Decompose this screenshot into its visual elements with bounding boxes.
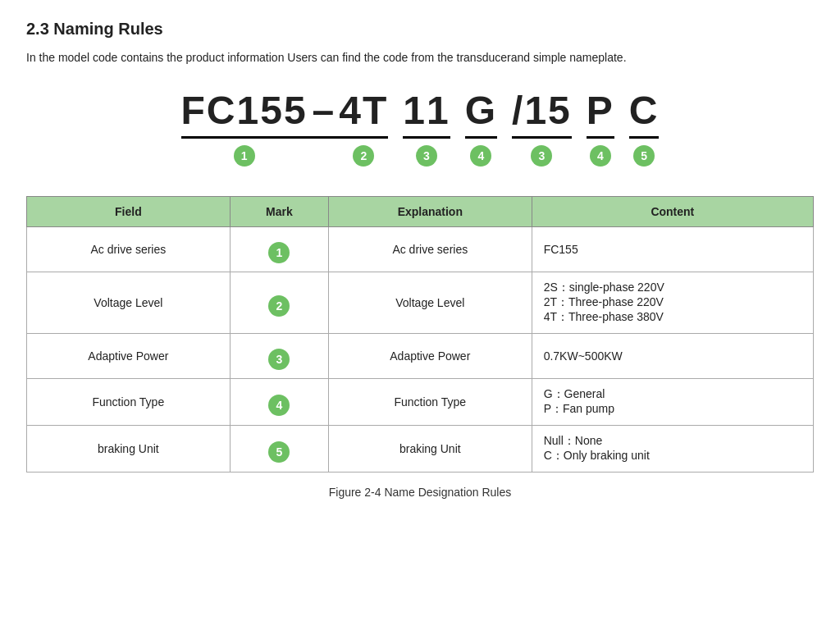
- circle-1: 1: [234, 145, 255, 167]
- model-code-sep-group: /15 3: [512, 89, 572, 167]
- mark-circle: 1: [268, 242, 290, 263]
- circle-3b: 3: [531, 145, 552, 167]
- cell-field: Function Type: [27, 379, 231, 426]
- model-code-text-2: 4T: [339, 89, 388, 139]
- circle-4a: 4: [470, 145, 491, 167]
- table-row: Adaptive Power3Adaptive Power0.7KW~500KW: [27, 334, 814, 379]
- mark-circle: 3: [268, 349, 290, 370]
- cell-mark: 4: [230, 379, 328, 426]
- model-code-display: FC155 1 – 4T 2 11 3 G 4 /15 3 P 4 C 5: [26, 89, 814, 167]
- table-header-row: Field Mark Explanation Content: [27, 197, 814, 227]
- model-code-part2: 4T 2: [339, 89, 388, 167]
- cell-mark: 2: [230, 272, 328, 334]
- col-header-content: Content: [532, 197, 813, 227]
- cell-explanation: Ac drive series: [328, 227, 532, 272]
- cell-mark: 5: [230, 426, 328, 472]
- mark-circle: 5: [268, 441, 290, 463]
- figure-caption: Figure 2-4 Name Designation Rules: [26, 486, 814, 499]
- cell-content: 0.7KW~500KW: [532, 334, 813, 379]
- cell-explanation: Voltage Level: [328, 272, 532, 334]
- cell-mark: 1: [230, 227, 328, 272]
- naming-rules-table: Field Mark Explanation Content Ac drive …: [26, 196, 814, 472]
- cell-content: Null：NoneC：Only braking unit: [532, 426, 813, 472]
- model-code-part1: FC155 1: [181, 89, 308, 167]
- col-header-mark: Mark: [230, 197, 328, 227]
- section-heading: 2.3 Naming Rules: [26, 20, 814, 39]
- model-code-text-3: 11: [403, 89, 450, 139]
- table-row: Function Type4Function TypeG：GeneralP：Fa…: [27, 379, 814, 426]
- model-code-text-4: G: [465, 89, 497, 139]
- model-code-sep: /15: [512, 89, 572, 139]
- cell-field: braking Unit: [27, 426, 231, 472]
- circle-2: 2: [353, 145, 374, 167]
- model-code-dash-group: –: [308, 89, 340, 145]
- mark-circle: 2: [268, 295, 290, 317]
- cell-field: Adaptive Power: [27, 334, 231, 379]
- circle-3a: 3: [416, 145, 437, 167]
- cell-content: 2S：single-phase 220V2T：Three-phase 220V4…: [532, 272, 813, 334]
- cell-content: FC155: [532, 227, 813, 272]
- cell-field: Voltage Level: [27, 272, 231, 334]
- circle-5: 5: [633, 145, 655, 167]
- col-header-field: Field: [27, 197, 231, 227]
- cell-explanation: braking Unit: [328, 426, 532, 472]
- cell-field: Ac drive series: [27, 227, 231, 272]
- table-row: Ac drive series1Ac drive seriesFC155: [27, 227, 814, 272]
- table-row: Voltage Level2Voltage Level2S：single-pha…: [27, 272, 814, 334]
- model-code-text-6: C: [629, 89, 660, 139]
- table-row: braking Unit5braking UnitNull：NoneC：Only…: [27, 426, 814, 472]
- cell-explanation: Function Type: [328, 379, 532, 426]
- intro-paragraph: In the model code contains the product i…: [26, 48, 814, 66]
- cell-explanation: Adaptive Power: [328, 334, 532, 379]
- model-code-text-1: FC155: [181, 89, 308, 139]
- cell-content: G：GeneralP：Fan pump: [532, 379, 813, 426]
- model-code-dash: –: [308, 89, 340, 139]
- circle-4b: 4: [590, 145, 611, 167]
- col-header-explanation: Explanation: [328, 197, 532, 227]
- model-code-part3: 11 3: [403, 89, 450, 167]
- model-code-text-5: P: [587, 89, 614, 139]
- model-code-part6: C 5: [629, 89, 660, 167]
- cell-mark: 3: [230, 334, 328, 379]
- mark-circle: 4: [268, 395, 290, 416]
- model-code-part4: G 4: [465, 89, 497, 167]
- model-code-part5: P 4: [587, 89, 614, 167]
